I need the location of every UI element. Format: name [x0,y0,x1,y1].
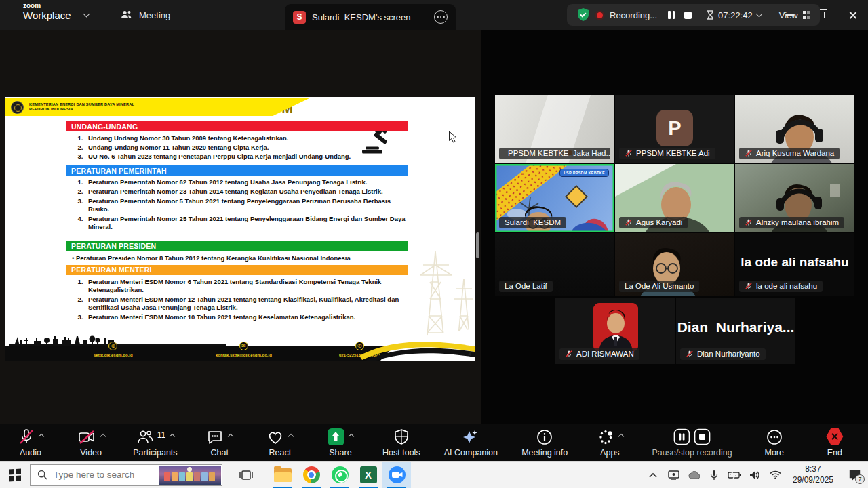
pause-recording-icon[interactable] [668,11,675,19]
video-tile-jaka[interactable]: PPSDM KEBTKE_Jaka Had... [495,95,614,163]
recording-dot-icon [597,12,603,18]
ministry-banner: KEMENTERIAN ENERGI DAN SUMBER DAYA MINER… [5,98,309,116]
video-tile-adi-rismawan[interactable]: ADI RISMAWAN [555,298,675,364]
meeting-timer: 07:22:42 [718,10,753,20]
timer-chevron-icon[interactable] [755,11,762,18]
chat-icon [206,428,224,446]
file-explorer-icon [274,468,292,482]
meeting-info-button[interactable]: Meeting info [521,428,568,458]
footer-email: ✉ kontak.skttk@djk.esdm.go.id [216,342,272,357]
clock-date: 29/09/2025 [785,475,841,486]
taskbar-clock[interactable]: 8:37 29/09/2025 [785,464,841,485]
video-tile-sulardi[interactable]: LSP PPSDM KEBTKE Sulardi_KESDM [495,164,614,232]
cast-icon[interactable] [663,462,684,488]
taskbar-search[interactable] [30,464,222,486]
wifi-icon[interactable] [765,462,785,488]
chat-button[interactable]: Chat [201,428,238,458]
host-tools-button[interactable]: Host tools [382,428,420,458]
video-button[interactable]: Video [73,428,109,458]
ministry-country: REPUBLIK INDONESIA [29,107,134,112]
video-tile-agus[interactable]: Agus Karyadi [615,164,734,232]
portrait-illustration [593,303,638,352]
file-explorer-button[interactable] [269,462,297,488]
section-header-peraturan-presiden: PERATURAN PRESIDEN [66,241,408,251]
heart-icon [267,428,284,446]
minimize-button[interactable] [774,0,806,30]
video-tile-ariq[interactable]: Ariq Kusuma Wardana [735,95,854,163]
participants-icon [136,428,154,446]
speaker-icon[interactable] [745,462,765,488]
muted-mic-icon [745,282,753,290]
stop-recording-icon[interactable] [684,12,692,19]
more-button[interactable]: More [756,428,793,458]
panel-resize-handle[interactable] [476,232,479,258]
end-meeting-icon [826,428,844,445]
restore-button[interactable] [806,0,837,30]
tray-expand-chevron-icon[interactable] [643,462,663,488]
onedrive-icon[interactable] [684,462,704,488]
chevron-down-icon[interactable] [83,11,90,18]
stop-recording-icon[interactable] [694,428,711,445]
tab-meeting[interactable]: Meeting [121,0,170,30]
pause-recording-icon[interactable] [673,428,690,445]
mic-muted-icon [18,428,35,446]
task-view-button[interactable] [232,462,260,488]
video-tile-ppsdm-adi[interactable]: P PPSDM KEBTKE Adi [615,95,734,163]
end-button[interactable]: End [816,428,853,458]
list-item: Peraturan Menteri ESDM Nomor 6 Tahun 202… [85,278,408,294]
chrome-button[interactable] [297,462,326,488]
action-center-button[interactable]: 7 [841,462,868,488]
search-highlight-image[interactable] [159,466,221,485]
section-header-peraturan-menteri: PERATURAN MENTERI [66,265,408,275]
video-tile-nafsahu[interactable]: la ode ali nafsahu la ode ali nafsahu [735,233,854,296]
section-header-peraturan-pemerintah: PERATURAN PEMERINTAH [66,165,408,176]
video-tile-dian[interactable]: Dian Nurhariya... Dian Nurhariyanto [676,298,795,364]
list-item: Peraturan Menteri ESDM Nomor 10 Tahun 20… [85,313,408,321]
pause-stop-recording-button[interactable]: Pause/stop recording [652,428,732,458]
start-button[interactable] [0,462,30,488]
battery-icon[interactable] [724,462,745,488]
mouse-cursor [448,131,458,144]
video-tile-laode-usmanto[interactable]: La Ode Ali Usmanto [615,233,734,296]
share-button[interactable]: Share [322,428,359,458]
audio-button[interactable]: Audio [12,428,49,458]
participants-options-chevron-icon[interactable] [170,433,175,439]
security-shield-icon[interactable] [576,7,590,22]
whatsapp-button[interactable] [326,462,354,488]
title-bar: zoom Workplace Meeting S Sulardi_KESDM's… [0,0,868,30]
screen-share-initial-badge: S [293,11,306,24]
ministry-emblem-icon [11,101,24,114]
shared-screen-area: KEMENTERIAN ENERGI DAN SUMBER DAYA MINER… [0,30,481,424]
apps-button[interactable]: Apps [591,428,628,458]
zoom-app-button[interactable] [382,462,411,488]
tab-shared-screen[interactable]: S Sulardi_KESDM's screen [285,4,456,30]
close-button[interactable] [837,0,868,30]
audio-options-chevron-icon[interactable] [38,433,43,439]
excel-button[interactable]: X [354,462,382,488]
video-tile-alrizky[interactable]: Alrizky maulana ibrahim [735,164,854,232]
undang-undang-list: Undang Undang Nomor 30 Tahun 2009 tentan… [66,134,408,161]
swoosh-decoration [359,322,475,361]
video-options-chevron-icon[interactable] [100,433,105,439]
participant-nameplate: La Ode Latif [499,281,553,292]
apps-options-chevron-icon[interactable] [618,433,624,439]
zoom-app-icon [389,466,406,483]
avatar-photo [593,303,638,352]
participants-count: 11 [157,430,165,440]
list-item: Peraturan Pemerintah Nomor 62 Tahun 2012… [85,178,408,186]
participants-button[interactable]: 11 Participants [133,428,177,458]
react-button[interactable]: React [262,428,298,458]
search-input[interactable] [54,470,155,480]
participant-display-name: Dian Nurhariya... [676,319,795,336]
ai-companion-button[interactable]: AI Companion [444,428,498,458]
tab-options-icon[interactable] [434,10,448,24]
list-item: Undang-Undang Nomor 11 Tahun 2020 tentan… [85,144,408,152]
envelope-icon: ✉ [239,342,248,350]
chat-options-chevron-icon[interactable] [228,433,233,439]
globe-icon: ⊕ [108,342,117,350]
microphone-tray-icon[interactable] [704,462,724,488]
video-tile-laode-latif[interactable]: La Ode Latif [495,233,614,296]
share-options-chevron-icon[interactable] [349,433,354,439]
chrome-icon [303,466,320,483]
react-options-chevron-icon[interactable] [288,433,294,439]
